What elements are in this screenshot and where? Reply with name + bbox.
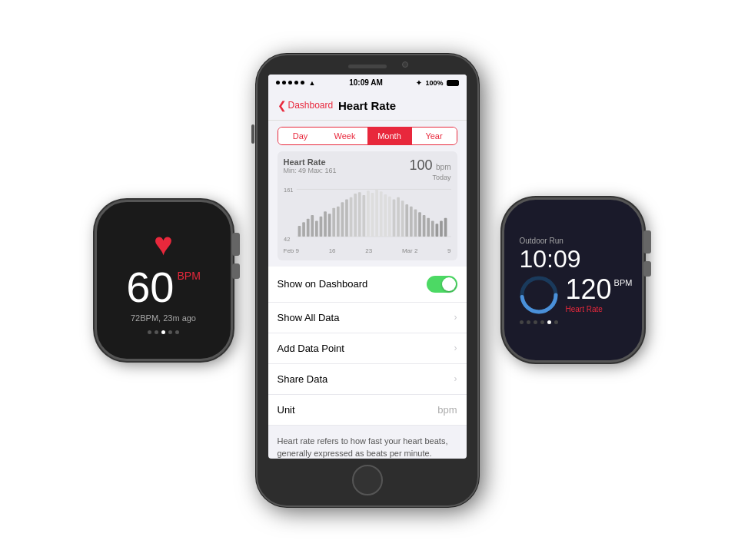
svg-rect-38 — [444, 217, 447, 236]
svg-rect-37 — [440, 220, 443, 236]
back-label: Dashboard — [288, 100, 334, 111]
segment-control: Day Week Month Year — [278, 127, 457, 145]
svg-rect-36 — [435, 224, 438, 237]
wr-activity-label: Outdoor Run — [520, 237, 563, 245]
wr-heart-label: Heart Rate — [566, 305, 633, 313]
setting-unit: Unit bpm — [268, 395, 467, 426]
wr-ring-row: 120 BPM Heart Rate — [520, 276, 633, 314]
nav-title: Heart Rate — [338, 99, 396, 112]
dashboard-toggle[interactable] — [427, 276, 457, 293]
svg-rect-32 — [418, 212, 421, 237]
svg-rect-23 — [379, 191, 382, 237]
iphone-camera — [402, 61, 408, 68]
svg-rect-28 — [401, 200, 404, 237]
status-bar: ▲ 10:09 AM ✦ 100% — [268, 75, 467, 91]
svg-rect-11 — [327, 214, 331, 237]
signal-dot-2 — [282, 81, 286, 84]
setting-show-all-label: Show All Data — [278, 312, 340, 323]
watch-bpm-unit: BPM — [177, 270, 200, 281]
setting-dashboard[interactable]: Show on Dashboard — [268, 267, 467, 303]
iphone-home-button[interactable] — [352, 465, 383, 495]
dot-4 — [168, 330, 172, 334]
watch-bpm-number: 60 — [126, 266, 174, 309]
dot-1 — [148, 330, 151, 334]
back-chevron-icon: ❮ — [278, 99, 287, 111]
svg-rect-10 — [324, 211, 327, 237]
svg-rect-7 — [311, 215, 314, 237]
seg-month[interactable]: Month — [367, 128, 412, 144]
wifi-icon: ▲ — [309, 79, 316, 87]
segment-bar: Day Week Month Year — [268, 121, 467, 151]
activity-ring-icon — [520, 276, 558, 314]
watch-bpm-display: 60 BPM — [126, 266, 201, 309]
signal-dot-1 — [276, 81, 280, 84]
svg-rect-35 — [430, 220, 434, 236]
iphone-speaker — [348, 65, 387, 68]
svg-rect-20 — [367, 191, 370, 237]
setting-add-data[interactable]: Add Data Point › — [268, 333, 467, 364]
chart-title-block: Heart Rate Min: 49 Max: 161 — [284, 157, 337, 174]
back-button[interactable]: ❮ Dashboard — [278, 99, 334, 111]
svg-rect-5 — [302, 222, 305, 237]
x-label-2: 23 — [365, 247, 372, 254]
seg-year[interactable]: Year — [412, 128, 457, 144]
wr-bpm-block: 120 BPM Heart Rate — [566, 276, 633, 313]
dot-3 — [161, 330, 165, 334]
wr-page-dots — [520, 320, 558, 324]
svg-rect-33 — [422, 215, 425, 237]
watch-right: Outdoor Run 10:09 120 BPM Heart Rate — [502, 197, 644, 363]
svg-rect-16 — [349, 197, 352, 236]
wr-dot-4 — [540, 320, 544, 324]
wr-dot-5 — [547, 320, 551, 324]
bluetooth-icon: ✦ — [416, 79, 422, 87]
seg-day[interactable]: Day — [278, 128, 323, 144]
heart-icon: ♥ — [154, 226, 173, 263]
x-label-3: Mar 2 — [402, 247, 417, 254]
svg-rect-17 — [354, 194, 357, 237]
svg-rect-12 — [332, 207, 335, 236]
wr-dot-3 — [534, 320, 537, 324]
dot-2 — [155, 330, 158, 334]
wr-bpm-display: 120 BPM — [566, 276, 633, 303]
svg-rect-27 — [397, 197, 400, 236]
chart-header: Heart Rate Min: 49 Max: 161 100 bpm Toda… — [284, 157, 451, 181]
svg-rect-13 — [336, 206, 339, 236]
svg-rect-18 — [357, 192, 361, 237]
svg-rect-34 — [427, 217, 430, 236]
svg-rect-19 — [362, 194, 365, 236]
chart-title: Heart Rate — [284, 157, 337, 167]
svg-rect-15 — [345, 199, 348, 236]
wr-dot-6 — [554, 320, 558, 324]
chart-x-labels: Feb 9 16 23 Mar 2 9 — [284, 247, 451, 254]
battery-icon — [447, 80, 459, 86]
setting-show-all[interactable]: Show All Data › — [268, 303, 467, 333]
seg-week[interactable]: Week — [323, 128, 367, 144]
chart-bpm-unit: bpm — [436, 163, 450, 171]
setting-add-data-label: Add Data Point — [278, 343, 344, 354]
scene: ♥ 60 BPM 72BPM, 23m ago — [0, 0, 738, 560]
watch-left: ♥ 60 BPM 72BPM, 23m ago — [95, 200, 233, 361]
heart-rate-description: Heart rate refers to how fast your heart… — [268, 426, 467, 459]
svg-text:161: 161 — [284, 187, 293, 194]
wr-bpm-unit: BPM — [614, 279, 633, 287]
wr-time: 10:09 — [520, 247, 581, 271]
status-indicators: ✦ 100% — [416, 79, 458, 87]
settings-list: Show on Dashboard Show All Data › Add Da… — [268, 267, 467, 426]
setting-unit-label: Unit — [278, 404, 295, 416]
svg-rect-9 — [319, 216, 322, 236]
wr-dot-2 — [527, 320, 530, 324]
chart-bpm: 100 — [410, 157, 433, 173]
watch-page-dots — [148, 330, 179, 334]
add-data-chevron-icon: › — [454, 343, 457, 353]
chart-date: Today — [410, 174, 451, 181]
x-label-1: 16 — [329, 247, 336, 254]
svg-rect-26 — [392, 199, 395, 236]
svg-rect-14 — [341, 202, 344, 237]
svg-text:42: 42 — [284, 235, 290, 242]
show-all-chevron-icon: › — [454, 312, 457, 323]
dot-5 — [175, 330, 179, 334]
setting-share[interactable]: Share Data › — [268, 364, 467, 395]
svg-rect-8 — [314, 220, 317, 236]
unit-value: bpm — [437, 404, 457, 416]
chart-value-block: 100 bpm Today — [410, 157, 451, 181]
